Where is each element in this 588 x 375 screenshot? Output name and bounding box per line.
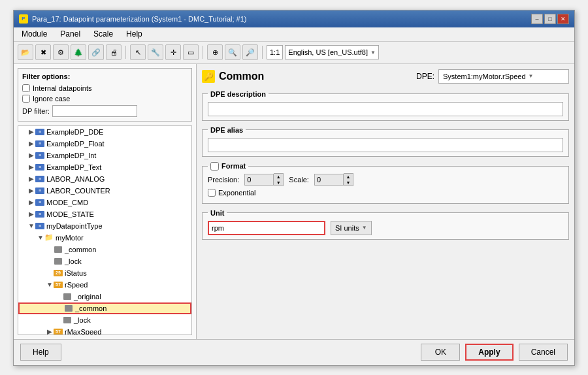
list-item[interactable]: ▶ ≡ MODE_CMD (18, 197, 191, 208)
scale-spinner: ▲ ▼ (314, 173, 353, 186)
list-item[interactable]: ▶ _common (18, 244, 191, 255)
toggle-icon[interactable]: ▶ (27, 199, 35, 206)
toggle-icon[interactable]: ▶ (27, 175, 35, 183)
scale-arrows: ▲ ▼ (344, 173, 353, 186)
apply-button[interactable]: Apply (465, 344, 513, 361)
toolbar: 📂 ✖ ⚙ 🌲 🔗 🖨 ↖ 🔧 ✛ ▭ ⊕ 🔍 🔎 1:1 English, U… (14, 42, 574, 64)
dpe-alias-content (203, 134, 568, 156)
format-row: Precision: ▲ ▼ Scale: ▲ (208, 173, 563, 186)
list-item[interactable]: ▶ 57 rMaxSpeed (18, 326, 191, 334)
scale-input[interactable] (314, 174, 344, 186)
move-button[interactable]: ✛ (165, 44, 181, 60)
print-button[interactable]: 🖨 (106, 44, 122, 60)
tool-button[interactable]: 🔧 (148, 44, 163, 60)
menu-scale[interactable]: Scale (91, 29, 116, 39)
config-button[interactable]: ⚙ (53, 44, 69, 60)
precision-down-arrow[interactable]: ▼ (274, 180, 283, 186)
help-button[interactable]: Help (20, 344, 61, 361)
tree-item-label: _lock (65, 257, 82, 265)
tree-item-label: ExampleDP_Int (46, 152, 96, 159)
selected-tree-item[interactable]: ▶ _common (18, 302, 191, 314)
tree-button[interactable]: 🌲 (71, 44, 86, 60)
toggle-icon[interactable]: ▶ (27, 210, 35, 218)
zoom-button[interactable]: 🔎 (242, 44, 258, 60)
ok-button[interactable]: OK (421, 344, 460, 361)
panel-header: 🔑 Common DPE: System1:myMotor.rSpeed ▼ (202, 69, 569, 84)
format-checkbox[interactable] (210, 162, 219, 171)
precision-up-arrow[interactable]: ▲ (274, 174, 283, 180)
window-title: Para_17: Datapoint parameterization (Sys… (32, 15, 247, 23)
open-button[interactable]: 📂 (18, 44, 33, 60)
scale-down-arrow[interactable]: ▼ (344, 180, 353, 186)
select-button[interactable]: ▭ (183, 44, 199, 60)
dp-filter-input[interactable] (52, 105, 137, 117)
ignore-case-checkbox[interactable] (22, 95, 30, 103)
list-item[interactable]: ▶ 29 iStatus (18, 267, 191, 279)
search-button[interactable]: 🔍 (225, 44, 240, 60)
dp-type-icon: ≡ (35, 210, 44, 218)
list-item[interactable]: ▶ _lock (18, 255, 191, 267)
right-panel: 🔑 Common DPE: System1:myMotor.rSpeed ▼ D… (197, 64, 574, 339)
list-item[interactable]: ▶ ≡ ExampleDP_DDE (18, 126, 191, 138)
dpe-description-input[interactable] (208, 102, 563, 116)
dp-type-icon: ≡ (35, 128, 44, 136)
plus-button[interactable]: ⊕ (207, 44, 223, 60)
toolbar-separator-3 (262, 46, 263, 59)
list-item[interactable]: ▶ ≡ ExampleDP_Float (18, 138, 191, 150)
unit-input[interactable] (208, 221, 325, 235)
int-icon: 57 (54, 281, 63, 289)
toggle-icon[interactable]: ▶ (27, 128, 35, 136)
list-item[interactable]: ▶ _original (18, 291, 191, 302)
unit-section: Unit SI units ▼ (202, 209, 569, 240)
tree-item-label: myDatapointType (46, 222, 103, 230)
toggle-icon[interactable]: ▶ (27, 140, 35, 148)
list-item[interactable]: ▼ ≡ myDatapointType (18, 220, 191, 232)
toggle-icon[interactable]: ▼ (27, 222, 35, 230)
toggle-icon[interactable]: ▼ (46, 281, 54, 289)
dp-type-icon: ≡ (35, 187, 44, 195)
tree-item-label: _common (75, 304, 106, 312)
toggle-icon[interactable]: ▶ (27, 187, 35, 195)
dp-type-icon: ≡ (35, 199, 44, 206)
menu-panel[interactable]: Panel (57, 29, 83, 39)
list-item[interactable]: ▶ ≡ MODE_STATE (18, 208, 191, 220)
toggle-icon[interactable]: ▶ (46, 328, 54, 334)
dpe-dropdown[interactable]: System1:myMotor.rSpeed ▼ (438, 69, 569, 84)
minimize-button[interactable]: – (531, 14, 543, 24)
bottom-bar: Help OK Apply Cancel (14, 339, 574, 365)
list-item[interactable]: ▶ ≡ LABOR_COUNTER (18, 185, 191, 197)
list-item[interactable]: ▼ 📁 myMotor (18, 232, 191, 244)
maximize-button[interactable]: □ (544, 14, 556, 24)
list-item[interactable]: ▼ 57 rSpeed (18, 279, 191, 291)
precision-input[interactable] (244, 174, 274, 186)
format-legend: Format (208, 162, 248, 171)
filter-options-box: Filter options: Internal datapoints Igno… (18, 68, 192, 122)
cursor-button[interactable]: ↖ (130, 44, 146, 60)
toggle-icon[interactable]: ▶ (27, 163, 35, 171)
si-units-dropdown[interactable]: SI units ▼ (331, 221, 372, 235)
dpe-row: DPE: System1:myMotor.rSpeed ▼ (416, 69, 569, 84)
dpe-label: DPE: (416, 72, 434, 81)
dpe-alias-input[interactable] (208, 138, 563, 152)
scale-label: Scale: (289, 176, 309, 184)
close-button[interactable]: ✕ (557, 14, 569, 24)
list-item[interactable]: ▶ ≡ LABOR_ANALOG (18, 173, 191, 185)
cancel-button[interactable]: Cancel (519, 344, 568, 361)
list-item[interactable]: ▶ _lock (18, 314, 191, 326)
refresh-button[interactable]: ✖ (35, 44, 51, 60)
exponential-checkbox[interactable] (208, 189, 216, 197)
dp-type-icon: ≡ (35, 163, 44, 171)
toggle-icon[interactable]: ▶ (27, 152, 35, 159)
nodes-button[interactable]: 🔗 (88, 44, 104, 60)
tree-item-label: rMaxSpeed (65, 328, 101, 334)
list-item[interactable]: ▶ ≡ ExampleDP_Text (18, 161, 191, 173)
locale-dropdown[interactable]: English, US [en_US.utf8] ▼ (285, 45, 379, 59)
internal-datapoints-checkbox[interactable] (22, 84, 30, 92)
toggle-icon[interactable]: ▼ (37, 234, 44, 242)
menu-module[interactable]: Module (19, 29, 50, 39)
menu-help[interactable]: Help (123, 29, 145, 39)
list-item[interactable]: ▶ ≡ ExampleDP_Int (18, 150, 191, 161)
format-legend-text: Format (221, 162, 246, 170)
scale-up-arrow[interactable]: ▲ (344, 174, 353, 180)
tree-item-label: LABOR_ANALOG (46, 175, 105, 183)
